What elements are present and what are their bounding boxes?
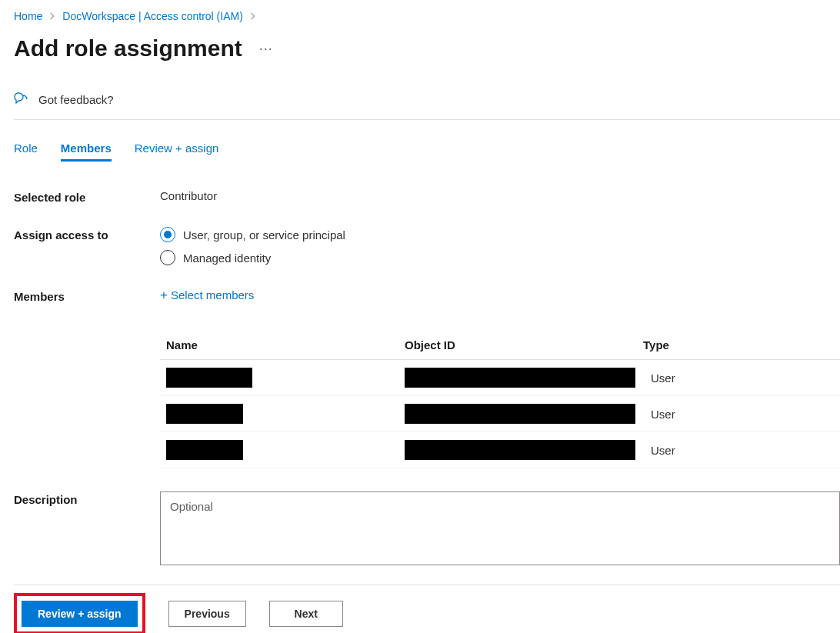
table-row[interactable]: User	[160, 396, 840, 432]
feedback-link[interactable]: Got feedback?	[14, 85, 840, 120]
member-name-redacted	[166, 440, 243, 460]
label-selected-role: Selected role	[14, 189, 160, 204]
feedback-icon	[14, 91, 29, 108]
radio-icon	[160, 250, 175, 265]
chevron-right-icon	[249, 12, 257, 20]
description-textarea[interactable]	[160, 491, 840, 565]
footer-bar: Review + assign Previous Next	[14, 585, 840, 633]
feedback-label: Got feedback?	[38, 93, 114, 106]
member-name-redacted	[166, 368, 252, 388]
next-button[interactable]: Next	[269, 601, 343, 627]
col-header-type[interactable]: Type	[643, 338, 840, 351]
tab-role[interactable]: Role	[14, 142, 38, 162]
select-members-link[interactable]: + Select members	[160, 288, 254, 302]
member-type: User	[643, 371, 840, 385]
radio-label: User, group, or service principal	[183, 228, 345, 242]
member-type: User	[643, 408, 840, 421]
label-assign-access-to: Assign access to	[14, 227, 160, 242]
member-objectid-redacted	[405, 368, 635, 388]
radio-user-group-service-principal[interactable]: User, group, or service principal	[160, 227, 840, 242]
tab-bar: Role Members Review + assign	[14, 142, 840, 162]
tab-members[interactable]: Members	[61, 142, 112, 162]
col-header-name[interactable]: Name	[166, 338, 405, 351]
review-assign-button[interactable]: Review + assign	[22, 601, 138, 627]
chevron-right-icon	[48, 12, 56, 20]
previous-button[interactable]: Previous	[168, 601, 246, 627]
members-table: Name Object ID Type User User	[160, 331, 840, 468]
member-name-redacted	[166, 404, 243, 424]
breadcrumb: Home DocWorkspace | Access control (IAM)	[14, 8, 840, 25]
col-header-object-id[interactable]: Object ID	[405, 338, 643, 351]
breadcrumb-workspace[interactable]: DocWorkspace | Access control (IAM)	[62, 10, 242, 22]
plus-icon: +	[160, 288, 168, 302]
radio-managed-identity[interactable]: Managed identity	[160, 250, 840, 265]
more-actions-button[interactable]: ···	[259, 41, 273, 57]
assign-access-radio-group: User, group, or service principal Manage…	[160, 227, 840, 265]
label-description: Description	[14, 491, 160, 506]
highlight-annotation: Review + assign	[14, 593, 145, 633]
page-title: Add role assignment	[14, 35, 242, 62]
table-row[interactable]: User	[160, 360, 840, 396]
member-objectid-redacted	[405, 440, 635, 460]
value-selected-role: Contributor	[160, 189, 840, 202]
select-members-label: Select members	[171, 288, 254, 302]
member-type: User	[643, 444, 840, 457]
label-members: Members	[14, 288, 160, 303]
breadcrumb-home[interactable]: Home	[14, 10, 42, 22]
radio-icon	[160, 227, 175, 242]
radio-label: Managed identity	[183, 252, 271, 265]
member-objectid-redacted	[405, 404, 635, 424]
tab-review-assign[interactable]: Review + assign	[135, 142, 219, 162]
table-row[interactable]: User	[160, 432, 840, 468]
